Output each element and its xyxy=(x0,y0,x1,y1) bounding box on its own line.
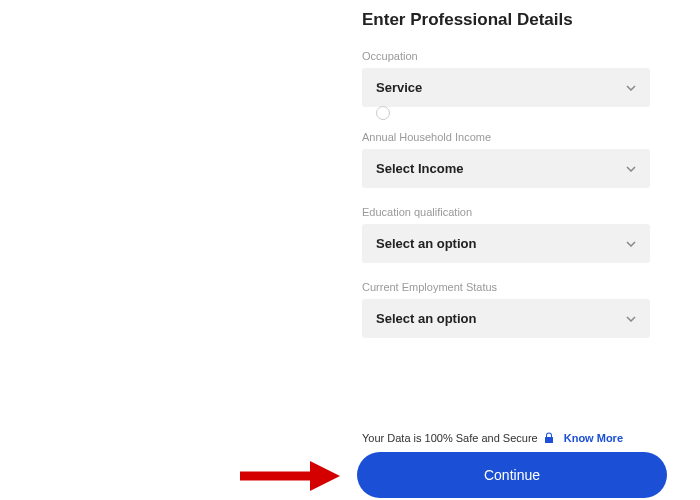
radio-icon xyxy=(376,106,390,120)
occupation-value: Service xyxy=(376,80,422,95)
occupation-field-group: Occupation Service xyxy=(362,50,650,107)
income-label: Annual Household Income xyxy=(362,131,650,143)
education-label: Education qualification xyxy=(362,206,650,218)
safety-row: Your Data is 100% Safe and Secure Know M… xyxy=(362,432,650,444)
chevron-down-icon xyxy=(626,164,636,174)
continue-button-label: Continue xyxy=(484,467,540,483)
professional-details-form: Enter Professional Details Occupation Se… xyxy=(362,10,650,356)
employment-field-group: Current Employment Status Select an opti… xyxy=(362,281,650,338)
education-select[interactable]: Select an option xyxy=(362,224,650,263)
form-title: Enter Professional Details xyxy=(362,10,650,30)
continue-button[interactable]: Continue xyxy=(357,452,667,498)
employment-label: Current Employment Status xyxy=(362,281,650,293)
income-select[interactable]: Select Income xyxy=(362,149,650,188)
income-value: Select Income xyxy=(376,161,463,176)
arrow-annotation xyxy=(240,459,340,493)
know-more-link[interactable]: Know More xyxy=(564,432,623,444)
chevron-down-icon xyxy=(626,83,636,93)
employment-value: Select an option xyxy=(376,311,476,326)
income-field-group: Annual Household Income Select Income xyxy=(362,131,650,188)
occupation-label: Occupation xyxy=(362,50,650,62)
lock-icon xyxy=(544,432,554,444)
occupation-select[interactable]: Service xyxy=(362,68,650,107)
education-field-group: Education qualification Select an option xyxy=(362,206,650,263)
chevron-down-icon xyxy=(626,314,636,324)
svg-marker-1 xyxy=(310,461,340,491)
education-value: Select an option xyxy=(376,236,476,251)
safety-text: Your Data is 100% Safe and Secure xyxy=(362,432,538,444)
chevron-down-icon xyxy=(626,239,636,249)
employment-select[interactable]: Select an option xyxy=(362,299,650,338)
